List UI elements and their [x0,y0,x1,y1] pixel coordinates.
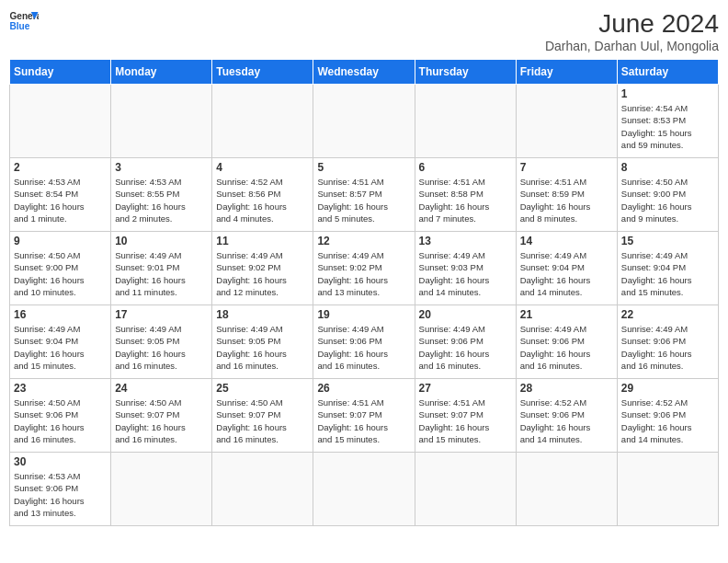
day-info: Sunrise: 4:49 AM Sunset: 9:05 PM Dayligh… [216,323,309,372]
calendar-cell [617,453,718,526]
day-number: 20 [419,308,512,321]
day-info: Sunrise: 4:53 AM Sunset: 9:06 PM Dayligh… [14,470,107,519]
calendar-title: June 2024 [545,9,719,39]
calendar-cell [10,85,111,158]
calendar-cell: 14Sunrise: 4:49 AM Sunset: 9:04 PM Dayli… [516,232,617,305]
calendar-cell: 3Sunrise: 4:53 AM Sunset: 8:55 PM Daylig… [111,158,212,232]
day-info: Sunrise: 4:50 AM Sunset: 9:07 PM Dayligh… [115,396,208,445]
calendar-cell [111,85,212,158]
col-friday: Friday [516,60,617,85]
day-number: 5 [317,161,410,174]
calendar-week-row: 30Sunrise: 4:53 AM Sunset: 9:06 PM Dayli… [10,453,719,526]
calendar-cell: 1Sunrise: 4:54 AM Sunset: 8:53 PM Daylig… [617,85,718,158]
col-monday: Monday [111,60,212,85]
day-info: Sunrise: 4:52 AM Sunset: 9:06 PM Dayligh… [621,396,714,445]
calendar-cell: 30Sunrise: 4:53 AM Sunset: 9:06 PM Dayli… [10,453,111,526]
day-number: 1 [621,87,714,100]
calendar-cell: 6Sunrise: 4:51 AM Sunset: 8:58 PM Daylig… [415,158,516,232]
day-number: 14 [520,235,613,247]
day-number: 21 [520,308,613,321]
day-number: 2 [14,161,107,174]
calendar-cell: 17Sunrise: 4:49 AM Sunset: 9:05 PM Dayli… [111,305,212,379]
calendar-cell: 20Sunrise: 4:49 AM Sunset: 9:06 PM Dayli… [415,305,516,379]
day-number: 18 [216,308,309,321]
day-info: Sunrise: 4:49 AM Sunset: 9:01 PM Dayligh… [115,249,208,298]
day-number: 17 [115,308,208,321]
day-number: 26 [317,382,410,395]
day-info: Sunrise: 4:53 AM Sunset: 8:54 PM Dayligh… [14,176,107,224]
day-info: Sunrise: 4:52 AM Sunset: 9:06 PM Dayligh… [520,396,613,445]
day-number: 4 [216,161,309,174]
day-number: 24 [115,382,208,395]
day-info: Sunrise: 4:49 AM Sunset: 9:06 PM Dayligh… [317,323,410,372]
calendar-cell [111,453,212,526]
day-number: 9 [14,235,107,247]
day-info: Sunrise: 4:51 AM Sunset: 8:57 PM Dayligh… [317,176,410,224]
day-info: Sunrise: 4:49 AM Sunset: 9:04 PM Dayligh… [14,323,107,372]
calendar-week-row: 2Sunrise: 4:53 AM Sunset: 8:54 PM Daylig… [10,158,719,232]
calendar-week-row: 1Sunrise: 4:54 AM Sunset: 8:53 PM Daylig… [10,85,719,158]
day-info: Sunrise: 4:49 AM Sunset: 9:06 PM Dayligh… [621,323,714,372]
col-sunday: Sunday [10,60,111,85]
day-info: Sunrise: 4:51 AM Sunset: 8:58 PM Dayligh… [419,176,512,224]
day-info: Sunrise: 4:51 AM Sunset: 8:59 PM Dayligh… [520,176,613,224]
day-info: Sunrise: 4:50 AM Sunset: 9:00 PM Dayligh… [621,176,714,224]
calendar-cell: 15Sunrise: 4:49 AM Sunset: 9:04 PM Dayli… [617,232,718,305]
calendar-cell: 13Sunrise: 4:49 AM Sunset: 9:03 PM Dayli… [415,232,516,305]
day-info: Sunrise: 4:49 AM Sunset: 9:02 PM Dayligh… [216,249,309,298]
calendar-cell: 7Sunrise: 4:51 AM Sunset: 8:59 PM Daylig… [516,158,617,232]
logo-icon: General Blue [9,9,39,35]
calendar-cell: 9Sunrise: 4:50 AM Sunset: 9:00 PM Daylig… [10,232,111,305]
day-number: 27 [419,382,512,395]
calendar-cell: 8Sunrise: 4:50 AM Sunset: 9:00 PM Daylig… [617,158,718,232]
calendar-cell: 12Sunrise: 4:49 AM Sunset: 9:02 PM Dayli… [313,232,415,305]
calendar-cell [313,85,415,158]
calendar-cell: 16Sunrise: 4:49 AM Sunset: 9:04 PM Dayli… [10,305,111,379]
calendar-cell [313,453,415,526]
calendar-cell: 5Sunrise: 4:51 AM Sunset: 8:57 PM Daylig… [313,158,415,232]
day-info: Sunrise: 4:50 AM Sunset: 9:00 PM Dayligh… [14,249,107,298]
day-number: 10 [115,235,208,247]
calendar-cell: 21Sunrise: 4:49 AM Sunset: 9:06 PM Dayli… [516,305,617,379]
calendar-cell: 23Sunrise: 4:50 AM Sunset: 9:06 PM Dayli… [10,379,111,453]
header-row: Sunday Monday Tuesday Wednesday Thursday… [10,60,719,85]
calendar-cell: 27Sunrise: 4:51 AM Sunset: 9:07 PM Dayli… [415,379,516,453]
calendar-cell: 22Sunrise: 4:49 AM Sunset: 9:06 PM Dayli… [617,305,718,379]
day-number: 7 [520,161,613,174]
day-number: 3 [115,161,208,174]
calendar-week-row: 9Sunrise: 4:50 AM Sunset: 9:00 PM Daylig… [10,232,719,305]
day-info: Sunrise: 4:51 AM Sunset: 9:07 PM Dayligh… [419,396,512,445]
logo: General Blue [9,9,39,35]
day-number: 11 [216,235,309,247]
day-number: 6 [419,161,512,174]
day-number: 19 [317,308,410,321]
day-number: 15 [621,235,714,247]
calendar-body: 1Sunrise: 4:54 AM Sunset: 8:53 PM Daylig… [10,85,719,526]
calendar-subtitle: Darhan, Darhan Uul, Mongolia [545,39,719,53]
calendar-cell [516,453,617,526]
day-info: Sunrise: 4:49 AM Sunset: 9:05 PM Dayligh… [115,323,208,372]
day-info: Sunrise: 4:53 AM Sunset: 8:55 PM Dayligh… [115,176,208,224]
header: General Blue June 2024 Darhan, Darhan Uu… [9,9,719,53]
calendar-cell: 10Sunrise: 4:49 AM Sunset: 9:01 PM Dayli… [111,232,212,305]
calendar-week-row: 23Sunrise: 4:50 AM Sunset: 9:06 PM Dayli… [10,379,719,453]
calendar-cell [415,453,516,526]
title-area: June 2024 Darhan, Darhan Uul, Mongolia [545,9,719,53]
calendar-cell: 11Sunrise: 4:49 AM Sunset: 9:02 PM Dayli… [212,232,313,305]
day-number: 29 [621,382,714,395]
day-number: 23 [14,382,107,395]
day-info: Sunrise: 4:49 AM Sunset: 9:06 PM Dayligh… [520,323,613,372]
day-number: 22 [621,308,714,321]
calendar-cell: 24Sunrise: 4:50 AM Sunset: 9:07 PM Dayli… [111,379,212,453]
calendar-cell: 19Sunrise: 4:49 AM Sunset: 9:06 PM Dayli… [313,305,415,379]
calendar-header: Sunday Monday Tuesday Wednesday Thursday… [10,60,719,85]
day-info: Sunrise: 4:50 AM Sunset: 9:07 PM Dayligh… [216,396,309,445]
col-wednesday: Wednesday [313,60,415,85]
day-number: 28 [520,382,613,395]
calendar-cell [212,453,313,526]
day-number: 16 [14,308,107,321]
svg-text:Blue: Blue [9,21,29,31]
col-tuesday: Tuesday [212,60,313,85]
calendar-table: Sunday Monday Tuesday Wednesday Thursday… [9,59,719,526]
day-number: 30 [14,455,107,468]
